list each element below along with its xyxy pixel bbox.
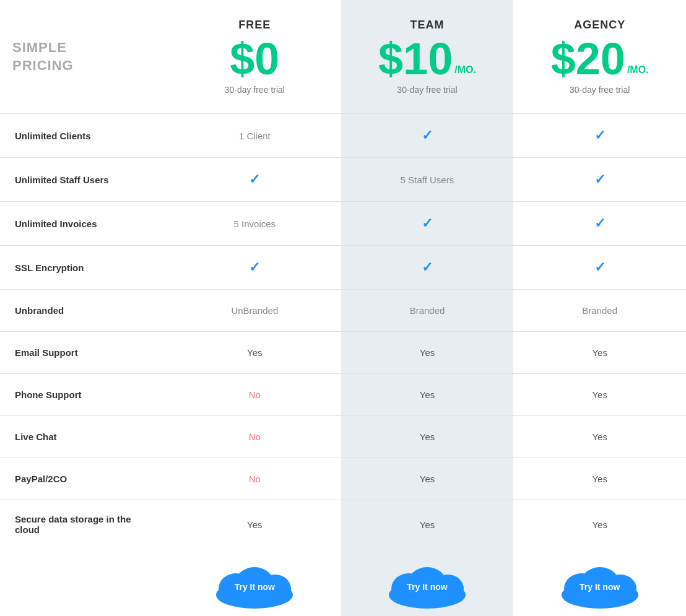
plan-header-agency: AGENCY $20 /MO. 30-day free trial xyxy=(513,0,686,113)
cta-team: Try It now xyxy=(341,549,514,616)
cta-agency: Try It now xyxy=(513,549,686,616)
plan-header-team: TEAM $10 /MO. 30-day free trial xyxy=(341,0,514,113)
feature-label: Unlimited Staff Users xyxy=(0,158,168,201)
yes-value: Yes xyxy=(247,347,262,358)
feature-row: Email SupportYesYesYes xyxy=(0,332,686,374)
simple-pricing-text: SIMPLE PRICING xyxy=(12,39,74,74)
text-value: 1 Client xyxy=(239,131,271,141)
feature-label: Email Support xyxy=(0,332,168,373)
price-amount-free: $0 xyxy=(230,37,279,81)
cta-row: Try It now Try It now xyxy=(0,549,686,616)
plan-name-free: FREE xyxy=(181,19,329,32)
yes-value: Yes xyxy=(420,474,435,484)
feature-cell-free: ✓ xyxy=(168,246,341,289)
no-value: No xyxy=(249,432,261,442)
feature-cell-agency: ✓ xyxy=(513,202,686,245)
feature-row: Secure data storage in the cloudYesYesYe… xyxy=(0,500,686,549)
yes-value: Yes xyxy=(592,474,607,484)
text-value: Branded xyxy=(410,305,445,316)
yes-value: Yes xyxy=(420,432,435,442)
feature-cell-agency: Yes xyxy=(513,374,686,415)
feature-cell-team: ✓ xyxy=(341,114,514,157)
price-amount-team: $10 xyxy=(378,37,453,81)
try-free-wrapper[interactable]: Try It now xyxy=(208,561,301,610)
feature-cell-free: No xyxy=(168,374,341,415)
cta-free: Try It now xyxy=(168,549,341,616)
feature-row: Unlimited Staff Users✓5 Staff Users✓ xyxy=(0,158,686,202)
feature-cell-agency: Yes xyxy=(513,416,686,458)
feature-cell-team: 5 Staff Users xyxy=(341,158,514,201)
feature-cell-agency: Yes xyxy=(513,332,686,373)
feature-cell-agency: Yes xyxy=(513,458,686,500)
plan-trial-team: 30-day free trial xyxy=(354,85,501,95)
check-icon: ✓ xyxy=(594,259,606,275)
feature-row: Unlimited Clients1 Client✓✓ xyxy=(0,114,686,158)
feature-row: Live ChatNoYesYes xyxy=(0,416,686,458)
cta-empty xyxy=(0,549,168,616)
feature-cell-team: Yes xyxy=(341,416,514,458)
feature-cell-team: ✓ xyxy=(341,202,514,245)
cloud-shape-team xyxy=(381,561,474,610)
check-icon: ✓ xyxy=(422,259,433,275)
text-value: 5 Staff Users xyxy=(401,175,454,185)
cloud-shape-free xyxy=(208,561,301,610)
feature-cell-free: 1 Client xyxy=(168,114,341,157)
feature-cell-team: Yes xyxy=(341,458,514,500)
check-icon: ✓ xyxy=(594,128,606,144)
check-icon: ✓ xyxy=(422,128,433,144)
yes-value: Yes xyxy=(420,347,435,358)
text-value: 5 Invoices xyxy=(234,219,276,229)
feature-label: Unbranded xyxy=(0,290,168,331)
feature-cell-agency: Branded xyxy=(513,290,686,331)
plan-price-free: $0 xyxy=(181,37,329,81)
feature-cell-team: Yes xyxy=(341,374,514,415)
feature-cell-free: Yes xyxy=(168,500,341,549)
feature-row: Phone SupportNoYesYes xyxy=(0,374,686,416)
cloud-shape-agency xyxy=(554,561,646,610)
feature-cell-free: 5 Invoices xyxy=(168,202,341,245)
yes-value: Yes xyxy=(247,519,262,530)
no-value: No xyxy=(249,389,261,400)
feature-cell-free: No xyxy=(168,416,341,458)
yes-value: Yes xyxy=(420,519,435,530)
features-container: Unlimited Clients1 Client✓✓Unlimited Sta… xyxy=(0,114,686,549)
yes-value: Yes xyxy=(592,519,607,530)
feature-row: UnbrandedUnBrandedBrandedBranded xyxy=(0,290,686,332)
plan-name-agency: AGENCY xyxy=(526,19,674,32)
plan-trial-free: 30-day free trial xyxy=(181,85,329,95)
check-icon: ✓ xyxy=(249,171,260,188)
text-value: UnBranded xyxy=(231,305,278,316)
feature-row: PayPal/2CONoYesYes xyxy=(0,458,686,500)
yes-value: Yes xyxy=(420,389,435,400)
feature-cell-team: ✓ xyxy=(341,246,514,289)
plan-header-free: FREE $0 30-day free trial xyxy=(168,0,341,113)
text-value: Branded xyxy=(582,305,617,316)
header-row: SIMPLE PRICING FREE $0 30-day free trial… xyxy=(0,0,686,114)
simple-pricing-label: SIMPLE PRICING xyxy=(0,0,168,113)
feature-label: PayPal/2CO xyxy=(0,458,168,500)
check-icon: ✓ xyxy=(594,171,606,188)
plan-price-agency: $20 /MO. xyxy=(526,37,674,81)
feature-row: SSL Encryption✓✓✓ xyxy=(0,246,686,290)
feature-label: Unlimited Clients xyxy=(0,114,168,157)
price-suffix-agency: /MO. xyxy=(627,65,649,75)
plan-price-team: $10 /MO. xyxy=(354,37,501,81)
plan-name-team: TEAM xyxy=(354,19,501,32)
price-suffix-team: /MO. xyxy=(454,65,476,75)
feature-label: Secure data storage in the cloud xyxy=(0,500,168,549)
price-amount-agency: $20 xyxy=(551,37,625,81)
svg-point-3 xyxy=(259,575,291,603)
check-icon: ✓ xyxy=(422,215,433,232)
feature-label: SSL Encryption xyxy=(0,246,168,289)
try-agency-wrapper[interactable]: Try It now xyxy=(554,561,646,610)
yes-value: Yes xyxy=(592,432,607,442)
feature-label: Unlimited Invoices xyxy=(0,202,168,245)
feature-cell-free: UnBranded xyxy=(168,290,341,331)
try-team-wrapper[interactable]: Try It now xyxy=(381,561,474,610)
feature-cell-free: ✓ xyxy=(168,158,341,201)
svg-point-11 xyxy=(604,575,636,603)
feature-label: Live Chat xyxy=(0,416,168,458)
feature-cell-agency: Yes xyxy=(513,500,686,549)
feature-cell-agency: ✓ xyxy=(513,246,686,289)
svg-point-7 xyxy=(432,575,464,603)
